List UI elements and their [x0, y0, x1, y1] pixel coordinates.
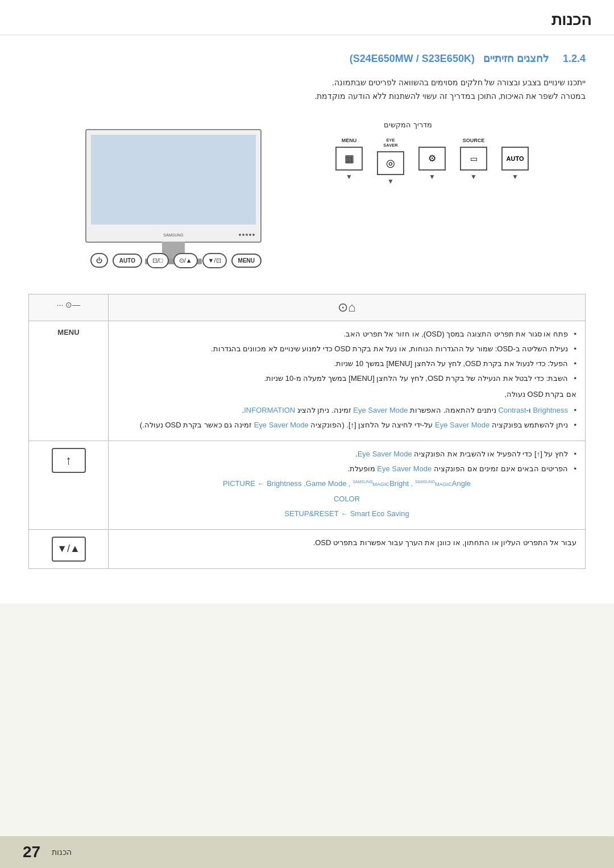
intro-line1: ייתכנו שינויים בצבע ובצורה של חלקים מסוי…	[28, 76, 586, 90]
btn-col-menu: MENU ▦ ▼	[335, 138, 363, 185]
monitor-brand: SAMSUNG	[163, 233, 183, 237]
header-title: הכנות	[23, 10, 591, 29]
right-panel: מדריך המקשים MENU ▦ ▼ EYESAVER ◎ ▼	[267, 118, 540, 254]
cell-updown-right: ▲/▼	[29, 529, 109, 568]
bottom-buttons-panel: MENU ⊡/▼ ▲/⊙ □/⊡ AUTO ⏻	[85, 253, 262, 268]
monitor-dot-1	[252, 234, 255, 236]
source-button-icon[interactable]: ▭	[460, 147, 487, 171]
monitor-screen	[91, 135, 256, 225]
table-header: ⌂⊙ —⊙ ···	[29, 294, 586, 321]
footer-page-number: 27	[23, 843, 40, 861]
btn-col-middle: ⚙ ▼	[418, 138, 446, 185]
btn-col-auto: AUTO ▼	[501, 138, 529, 185]
monitor-body: SAMSUNG	[85, 129, 262, 243]
monitor-dot-5	[239, 234, 241, 236]
eyesaver-bullet-2: הפריטים הבאים אינם זמינים אם הפונקציה Ey…	[117, 463, 576, 475]
monitor-dot-3	[246, 234, 248, 236]
guide-label: מדריך המקשים	[384, 121, 432, 129]
bottom-btn-joystick[interactable]: ⊡/▼	[202, 253, 227, 268]
cell-eyesaver-text: לחץ על [↑] כדי להפעיל או להשבית את הפונק…	[117, 448, 576, 520]
cell-eyesaver-right: ↑	[29, 441, 109, 529]
auto-arrow-down: ▼	[512, 173, 518, 181]
section-title-he: לחצנים חזיתיים	[483, 53, 549, 64]
eye-saver-col-label: EYESAVER	[383, 138, 397, 148]
source-arrow-down: ▼	[470, 173, 477, 181]
monitor-controls-top	[239, 234, 255, 236]
monitor-diagram: SAMSUNG MENU ⊡/▼ ▲/⊙ □/⊡ AUTO ⏻ מדריך המ…	[28, 118, 586, 277]
cell-menu-left: פתח או סגור את תפריט התצוגה במסך (OSD), …	[109, 321, 586, 441]
bottom-btn-display[interactable]: □/⊡	[147, 253, 169, 268]
cell-menu-right: MENU	[29, 321, 109, 441]
eye-saver-button-icon[interactable]: ◎	[377, 151, 404, 175]
table-row-updown: עבור אל התפריט העליון או התחתון, או כוונ…	[29, 529, 586, 568]
section-number: 1.2.4	[563, 53, 586, 64]
auto-col-label	[515, 138, 516, 143]
bottom-btn-menu[interactable]: MENU	[231, 254, 262, 268]
menu-arrow-down: ▼	[346, 173, 352, 181]
menu-bullet-5: Brightness ו-Contrast ניתנים להתאמה. האפ…	[117, 404, 576, 417]
eyesaver-bullet-1: לחץ על [↑] כדי להפעיל או להשבית את הפונק…	[117, 448, 576, 460]
intro-text: ייתכנו שינויים בצבע ובצורה של חלקים מסוי…	[28, 76, 586, 103]
menu-col-label: MENU	[342, 138, 357, 143]
table-row-eye-saver: לחץ על [↑] כדי להפעיל או להשבית את הפונק…	[29, 441, 586, 529]
picture-line: PICTURE ← Brightness ,Game Mode , SAMSUN…	[117, 477, 576, 490]
menu-bullet-1: פתח או סגור את תפריט התצוגה במסך (OSD), …	[117, 328, 576, 340]
intro-line2: במטרה לשפר את האיכות, התוכן במדריך זה עש…	[28, 90, 586, 103]
source-col-label: SOURCE	[463, 138, 485, 143]
table-header-right-icon: —⊙ ···	[29, 294, 109, 321]
menu-button-icon[interactable]: ▦	[335, 147, 363, 171]
eyesaver-right-icon: ↑	[38, 448, 99, 473]
cell-eyesaver-left: לחץ על [↑] כדי להפעיל או להשבית את הפונק…	[109, 441, 586, 529]
main-table: ⌂⊙ —⊙ ··· פתח או סגור את תפריט התצוגה במ…	[28, 294, 586, 569]
footer: הכנות 27	[0, 836, 614, 868]
middle-button-icon[interactable]: ⚙	[418, 147, 446, 171]
section-model: (S24E650MW / S23E650K)	[350, 53, 475, 64]
bottom-btn-power[interactable]: ⏻	[90, 253, 108, 268]
auto-button[interactable]: AUTO	[501, 147, 529, 171]
menu-bullet-2: נעילת השליטה ב-OSD: שמור על ההגדרות הנוח…	[117, 343, 576, 355]
setup-line: SETUP&RESET ← Smart Eco Saving	[117, 508, 576, 520]
section-title: 1.2.4 לחצנים חזיתיים (S24E650MW / S23E65…	[28, 52, 586, 65]
cell-menu-text: פתח או סגור את תפריט התצוגה במסך (OSD), …	[117, 328, 576, 432]
menu-right-label: MENU	[38, 328, 99, 337]
menu-bullet-3: הפעל: כדי לנעול את בקרת OSD, לחץ על הלחצ…	[117, 358, 576, 370]
page-header: הכנות	[0, 0, 614, 35]
menu-osd-note: אם בקרת OSD נעולה,	[117, 388, 576, 401]
bottom-btn-updown[interactable]: ▲/⊙	[173, 253, 198, 268]
table-row-menu: פתח או סגור את תפריט התצוגה במסך (OSD), …	[29, 321, 586, 441]
updown-icon: ▲/▼	[52, 537, 86, 562]
monitor-dot-4	[242, 234, 244, 236]
cell-updown-left: עבור אל התפריט העליון או התחתון, או כוונ…	[109, 529, 586, 568]
button-columns: MENU ▦ ▼ EYESAVER ◎ ▼ ⚙ ▼	[335, 138, 529, 185]
footer-text: הכנות	[52, 848, 72, 857]
middle-arrow-down: ▼	[429, 173, 435, 181]
cell-updown-text: עבור אל התפריט העליון או התחתון, או כוונ…	[117, 537, 576, 549]
btn-col-source: SOURCE ▭ ▼	[460, 138, 487, 185]
table-header-icon: ⌂⊙	[109, 294, 586, 321]
middle-col-label	[432, 138, 433, 143]
up-arrow-icon: ↑	[52, 448, 86, 473]
monitor-dot-2	[249, 234, 251, 236]
menu-bullet-6: ניתן להשתמש בפונקציה Eye Saver Mode על-י…	[117, 419, 576, 431]
menu-bullet-4: השבת: כדי לבטל את הנעילה של בקרת OSD, לח…	[117, 372, 576, 385]
eye-saver-arrow-down: ▼	[387, 177, 394, 185]
bottom-btn-auto[interactable]: AUTO	[113, 254, 142, 268]
color-line: COLOR	[117, 493, 576, 505]
diagram-container: SAMSUNG MENU ⊡/▼ ▲/⊙ □/⊡ AUTO ⏻ מדריך המ…	[74, 118, 540, 277]
main-content: 1.2.4 לחצנים חזיתיים (S24E650MW / S23E65…	[0, 35, 614, 603]
btn-col-eye-saver: EYESAVER ◎ ▼	[377, 138, 404, 185]
